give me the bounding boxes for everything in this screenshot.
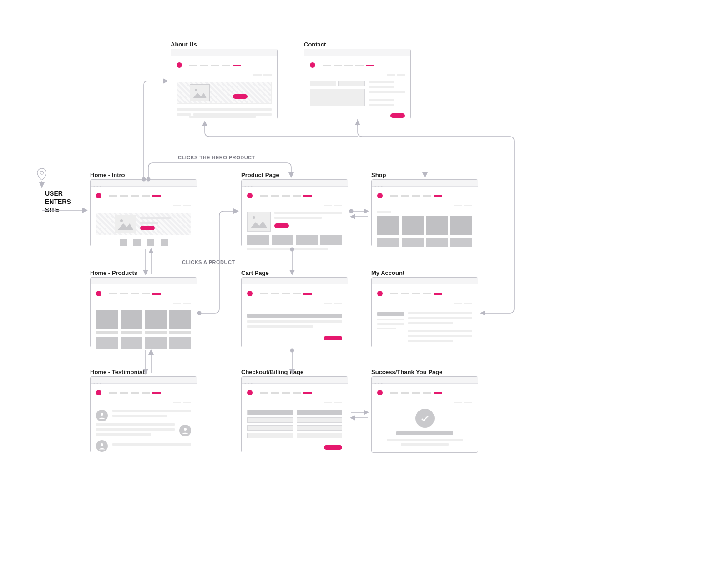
nav-links — [257, 389, 312, 397]
card-cart — [241, 277, 348, 348]
card-home-intro — [90, 179, 197, 247]
card-my-account — [371, 277, 478, 348]
nav-links — [257, 192, 312, 200]
card-home-testimonials — [90, 376, 197, 453]
avatar-icon — [96, 440, 108, 452]
product-grid — [96, 310, 191, 329]
svg-point-0 — [40, 171, 44, 174]
logo-dot — [377, 390, 383, 395]
card-contact — [304, 49, 411, 119]
page-title-home-products: Home - Products — [90, 269, 137, 276]
nav-links — [106, 389, 161, 397]
page-title-home-test: Home - Testimonials — [90, 369, 147, 375]
nav-links — [187, 61, 241, 69]
page-title-shop: Shop — [371, 172, 386, 178]
nav-links — [106, 289, 161, 298]
product-grid — [377, 216, 472, 235]
logo-dot — [377, 193, 383, 198]
svg-point-2 — [120, 219, 123, 222]
form-field — [247, 410, 293, 415]
form-textarea — [310, 89, 365, 106]
form-field — [247, 417, 293, 423]
feature-row — [96, 239, 191, 246]
nav-links — [387, 192, 442, 200]
logo-dot — [247, 193, 253, 198]
card-about — [171, 49, 278, 119]
page-title-product-page: Product Page — [241, 172, 279, 178]
form-field — [247, 425, 293, 431]
cta-button — [233, 94, 248, 99]
hero-cta-button — [140, 226, 155, 230]
page-title-home-intro: Home - Intro — [90, 172, 125, 178]
avatar-icon — [179, 425, 191, 436]
place-order-button — [324, 445, 342, 450]
svg-point-5 — [184, 428, 187, 431]
form-field — [310, 81, 336, 86]
page-title-my-account: My Account — [371, 269, 404, 276]
svg-point-6 — [101, 443, 103, 446]
logo-dot — [377, 291, 383, 296]
checkout-button — [324, 336, 342, 340]
nav-links — [320, 61, 374, 69]
submit-button — [390, 113, 405, 118]
form-field — [297, 433, 343, 438]
page-title-checkout: Checkout/Billing Page — [241, 369, 303, 375]
entry-label: USER ENTERS SITE — [45, 189, 71, 214]
card-checkout — [241, 376, 348, 453]
check-circle-icon — [415, 409, 435, 428]
svg-point-3 — [253, 216, 255, 219]
logo-dot — [177, 62, 182, 68]
map-pin-icon — [37, 168, 46, 182]
form-field — [297, 425, 343, 431]
caption-hero-click: CLICKS THE HERO PRODUCT — [178, 155, 255, 160]
page-title-success: Success/Thank You Page — [371, 369, 442, 375]
logo-dot — [247, 390, 253, 395]
form-field — [297, 410, 343, 415]
form-field — [247, 433, 293, 438]
nav-links — [257, 289, 312, 298]
avatar-icon — [96, 410, 108, 421]
logo-dot — [96, 291, 101, 296]
svg-point-1 — [195, 89, 197, 91]
nav-links — [387, 289, 442, 298]
logo-dot — [310, 62, 315, 68]
sitemap-canvas: USER ENTERS SITE CLICKS THE HERO PRODUCT… — [0, 0, 728, 588]
card-success — [371, 376, 478, 453]
form-field — [297, 417, 343, 423]
svg-point-4 — [101, 413, 103, 416]
nav-links — [106, 192, 161, 200]
card-shop — [371, 179, 478, 247]
add-to-cart-button — [274, 223, 289, 228]
card-product-page — [241, 179, 348, 247]
card-home-products — [90, 277, 197, 348]
page-title-about: About Us — [171, 41, 197, 48]
logo-dot — [96, 193, 101, 198]
caption-product-click: CLICKS A PRODUCT — [182, 259, 235, 265]
page-title-cart: Cart Page — [241, 269, 269, 276]
page-title-contact: Contact — [304, 41, 326, 48]
logo-dot — [96, 390, 101, 395]
form-field — [338, 81, 364, 86]
nav-links — [387, 389, 442, 397]
logo-dot — [247, 291, 253, 296]
